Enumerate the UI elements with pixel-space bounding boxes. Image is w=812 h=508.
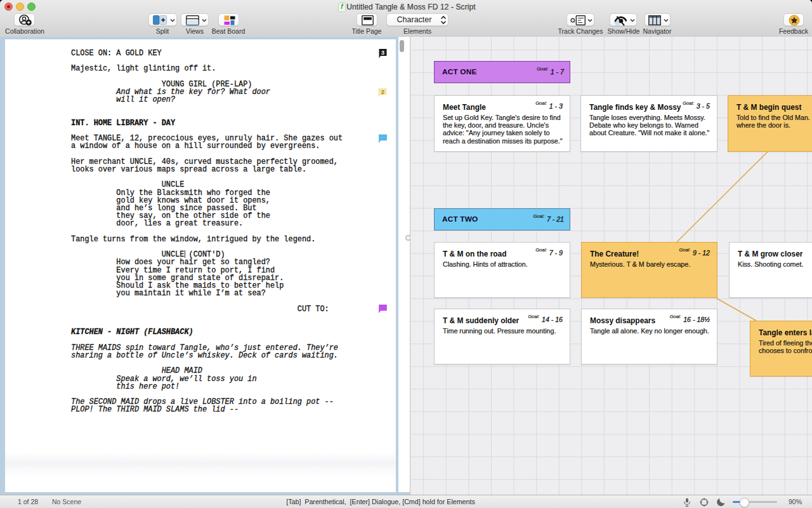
svg-text:3: 3 [381,49,384,56]
svg-text:2: 2 [381,88,384,95]
